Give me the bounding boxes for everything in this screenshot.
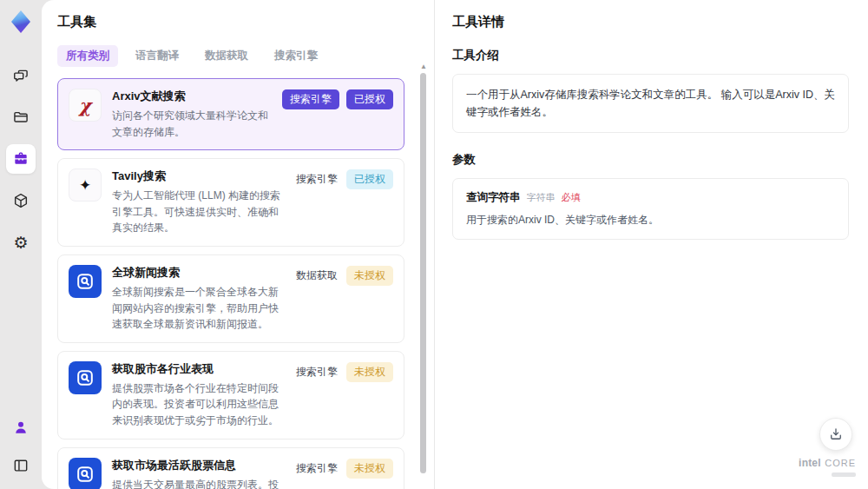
settings-gear-icon[interactable]: ⚙ <box>6 228 36 257</box>
tool-badges: 搜索引擎 未授权 <box>294 458 393 479</box>
category-badge: 搜索引擎 <box>282 89 339 109</box>
news-search-icon <box>69 458 102 489</box>
intel-core-logo: intel CORE <box>799 454 856 477</box>
tool-desc: 专为人工智能代理 (LLM) 构建的搜索引擎工具。可快速提供实时、准确和真实的结… <box>112 188 284 236</box>
auth-badge: 未授权 <box>346 362 393 382</box>
tool-badges: 搜索引擎 已授权 <box>294 169 393 189</box>
tool-list: χ Arxiv文献搜索 访问各个研究领域大量科学论文和文章的存储库。 搜索引擎 … <box>57 78 418 489</box>
scrollbar-thumb[interactable] <box>420 73 426 473</box>
auth-badge: 已授权 <box>346 89 393 109</box>
tool-card[interactable]: χ Arxiv文献搜索 访问各个研究领域大量科学论文和文章的存储库。 搜索引擎 … <box>57 78 404 150</box>
download-icon <box>828 426 844 442</box>
rail-bottom <box>6 413 36 480</box>
tab-all-categories[interactable]: 所有类别 <box>57 45 118 67</box>
main-surface: 工具集 所有类别语言翻译数据获取搜索引擎 χ Arxiv文献搜索 访问各个研究领… <box>42 0 868 489</box>
tool-desc: 提供股票市场各个行业在特定时间段内的表现。投资者可以利用这些信息来识别表现优于或… <box>112 380 284 429</box>
param-head: 查询字符串 字符串 必填 <box>466 190 835 205</box>
intel-wordmark: intel <box>799 457 821 469</box>
rail-nav: ⚙ <box>6 61 36 257</box>
param-name: 查询字符串 <box>466 190 521 205</box>
tool-desc: 全球新闻搜索是一个聚合全球各大新闻网站内容的搜索引擎，帮助用户快速获取全球最新资… <box>112 284 284 333</box>
tool-badges: 搜索引擎 未授权 <box>294 361 393 382</box>
tool-card[interactable]: 获取市场最活跃股票信息 提供当天交易量最高的股票列表。投资者可以利用这些信息来识… <box>57 447 404 489</box>
brand-subline <box>832 472 856 477</box>
category-badge: 搜索引擎 <box>294 459 339 479</box>
user-profile-icon[interactable] <box>6 413 36 442</box>
tool-name: Arxiv文献搜索 <box>112 89 272 104</box>
category-badge: 搜索引擎 <box>294 362 339 382</box>
category-tabs: 所有类别语言翻译数据获取搜索引擎 <box>57 45 418 67</box>
tool-card[interactable]: 获取股市各行业表现 提供股票市场各个行业在特定时间段内的表现。投资者可以利用这些… <box>57 351 404 439</box>
category-badge: 数据获取 <box>294 266 339 286</box>
chat-icon[interactable] <box>6 61 36 90</box>
auth-badge: 未授权 <box>346 459 393 479</box>
tool-body: Arxiv文献搜索 访问各个研究领域大量科学论文和文章的存储库。 <box>112 89 272 140</box>
tool-card[interactable]: ✦ Tavily搜索 专为人工智能代理 (LLM) 构建的搜索引擎工具。可快速提… <box>57 158 404 247</box>
app-root: ⚙ 工具集 所有类别语言翻译数据获取搜索引擎 χ <box>0 0 868 489</box>
arxiv-icon: χ <box>69 89 102 122</box>
list-scrollbar[interactable]: ▲ <box>420 63 426 482</box>
folder-icon[interactable] <box>6 102 36 132</box>
core-wordmark: CORE <box>825 458 856 468</box>
params-heading: 参数 <box>452 152 849 168</box>
tool-body: 获取市场最活跃股票信息 提供当天交易量最高的股票列表。投资者可以利用这些信息来识… <box>112 458 284 489</box>
tool-body: 获取股市各行业表现 提供股票市场各个行业在特定时间段内的表现。投资者可以利用这些… <box>112 361 284 429</box>
auth-badge: 已授权 <box>346 169 393 189</box>
intro-text: 一个用于从Arxiv存储库搜索科学论文和文章的工具。 输入可以是Arxiv ID… <box>466 86 835 121</box>
news-search-icon <box>69 361 102 394</box>
tool-card[interactable]: 全球新闻搜索 全球新闻搜索是一个聚合全球各大新闻网站内容的搜索引擎，帮助用户快速… <box>57 254 404 343</box>
tool-body: 全球新闻搜索 全球新闻搜索是一个聚合全球各大新闻网站内容的搜索引擎，帮助用户快速… <box>112 265 284 333</box>
auth-badge: 未授权 <box>346 266 393 286</box>
cube-icon[interactable] <box>6 186 36 215</box>
intro-box: 一个用于从Arxiv存储库搜索科学论文和文章的工具。 输入可以是Arxiv ID… <box>452 74 849 133</box>
tool-body: Tavily搜索 专为人工智能代理 (LLM) 构建的搜索引擎工具。可快速提供实… <box>112 169 284 236</box>
tool-desc: 访问各个研究领域大量科学论文和文章的存储库。 <box>112 108 272 140</box>
tool-name: 获取股市各行业表现 <box>112 361 284 377</box>
param-box: 查询字符串 字符串 必填 用于搜索的Arxiv ID、关键字或作者姓名。 <box>452 178 849 240</box>
param-desc: 用于搜索的Arxiv ID、关键字或作者姓名。 <box>466 213 835 228</box>
tab-3[interactable]: 搜索引擎 <box>266 45 326 67</box>
nav-rail: ⚙ <box>0 0 42 489</box>
tool-detail-panel: 工具详情 工具介绍 一个用于从Arxiv存储库搜索科学论文和文章的工具。 输入可… <box>434 0 868 489</box>
tool-name: 获取市场最活跃股票信息 <box>112 458 284 473</box>
tool-desc: 提供当天交易量最高的股票列表。投资者可以利用这些信息来识别流动性强的股票和潜在的… <box>112 477 284 489</box>
toolset-panel: 工具集 所有类别语言翻译数据获取搜索引擎 χ Arxiv文献搜索 访问各个研究领… <box>42 0 434 489</box>
app-logo[interactable] <box>6 7 36 36</box>
logo-diamond-icon <box>11 10 30 33</box>
tool-badges: 数据获取 未授权 <box>294 265 393 286</box>
detail-title: 工具详情 <box>452 14 849 30</box>
category-badge: 搜索引擎 <box>294 169 339 189</box>
param-required-badge: 必填 <box>562 191 581 204</box>
tool-name: 全球新闻搜索 <box>112 265 284 281</box>
scrollbar-up-icon[interactable]: ▲ <box>420 63 426 71</box>
download-button[interactable] <box>819 418 852 451</box>
tool-badges: 搜索引擎 已授权 <box>282 89 393 109</box>
tab-1[interactable]: 语言翻译 <box>127 45 187 67</box>
sparkle-icon: ✦ <box>69 169 102 202</box>
toolbox-icon[interactable] <box>6 144 36 174</box>
param-type: 字符串 <box>527 191 556 204</box>
tab-2[interactable]: 数据获取 <box>196 45 257 67</box>
intro-heading: 工具介绍 <box>452 48 849 63</box>
panel-toggle-icon[interactable] <box>6 451 36 480</box>
tool-name: Tavily搜索 <box>112 169 284 184</box>
news-search-icon <box>69 265 102 298</box>
page-title: 工具集 <box>57 14 418 30</box>
